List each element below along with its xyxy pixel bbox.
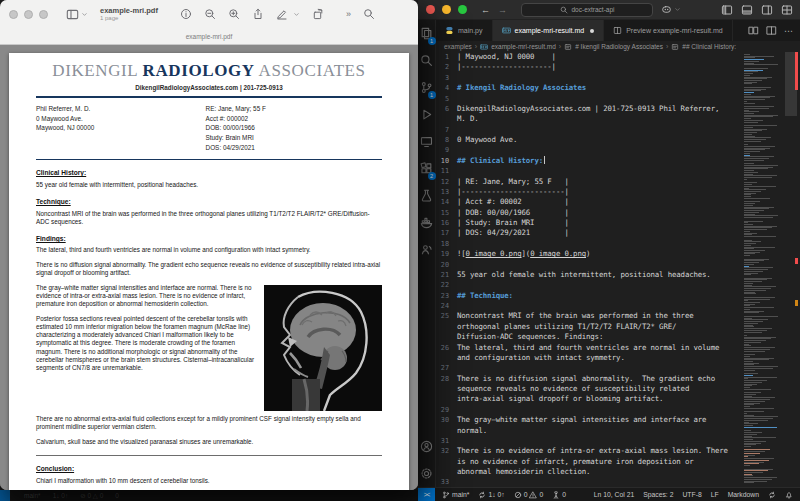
line-text[interactable]: 0 Maywood Ave. <box>457 135 517 145</box>
info-icon[interactable] <box>180 8 192 20</box>
toggle-panel-icon[interactable] <box>741 4 753 16</box>
line-text[interactable]: The lateral, third and fourth ventricles… <box>457 343 719 353</box>
activity-search[interactable] <box>418 47 436 74</box>
diff-icon[interactable] <box>748 25 759 36</box>
tab-example-mri-result-md[interactable]: example-mri-result.md <box>493 20 605 41</box>
encoding[interactable]: UTF-8 <box>682 491 701 498</box>
breadcrumb-item[interactable]: example-mri-result.md <box>491 43 556 50</box>
report-paragraph: Chiari I malformation with 10 mm descent… <box>36 477 382 485</box>
chevron-down-icon[interactable] <box>293 11 300 18</box>
preview-window-title: example-mri.pdf <box>100 7 158 15</box>
activity-settings[interactable] <box>418 460 436 487</box>
sidebar-toggle-button[interactable] <box>66 8 88 21</box>
toggle-secondary-sidebar-icon[interactable] <box>761 4 773 16</box>
zoom-out-icon[interactable] <box>204 8 216 20</box>
indentation[interactable]: Spaces: 2 <box>643 491 673 498</box>
ports-status[interactable]: 0 <box>552 491 566 499</box>
breadcrumb-item[interactable]: ## Clinical History: <box>682 43 736 50</box>
rotate-icon[interactable] <box>312 8 324 20</box>
line-text[interactable]: | Study: Brain MRI | <box>457 218 569 228</box>
document-area[interactable]: DIKENGIL RADIOLOGY ASSOCIATES DikengilRa… <box>0 46 418 490</box>
notifications[interactable] <box>785 491 793 499</box>
line-text[interactable]: abnormal hemosiderin cllection. <box>457 467 590 477</box>
line-text[interactable]: | RE: Jane, Mary; 55 F | <box>457 177 569 187</box>
activity-source-control[interactable]: 1 <box>418 74 436 101</box>
editor-actions: ⋯ <box>741 20 800 41</box>
line-text[interactable]: |---------------------| <box>457 62 556 72</box>
remote-indicator[interactable]: >< <box>418 488 435 501</box>
minimap[interactable] <box>744 52 784 487</box>
breadcrumb-item[interactable]: examples <box>444 43 472 50</box>
line-text[interactable]: DikengilRadiologyAssociates.com | 201-72… <box>457 104 719 114</box>
activity-account[interactable] <box>418 433 436 460</box>
zoom-in-icon[interactable] <box>228 8 240 20</box>
eol[interactable]: LF <box>711 491 719 498</box>
activity-explorer[interactable]: 1 <box>418 20 436 47</box>
line-text[interactable]: ## Technique: <box>457 291 513 301</box>
scrollbar[interactable] <box>784 52 798 487</box>
live-share-icon <box>420 243 433 256</box>
activity-extensions[interactable]: 2 <box>418 155 436 182</box>
toggle-sidebar-icon[interactable] <box>721 4 733 16</box>
minimize-button[interactable] <box>24 10 33 19</box>
markup-icon[interactable] <box>276 8 288 20</box>
maximize-button[interactable] <box>39 10 48 19</box>
line-text[interactable]: | DOB: 00/00/1966 | <box>457 208 569 218</box>
breadcrumb-item[interactable]: # Ikengil Radiology Associates <box>575 43 663 50</box>
customize-layout-icon[interactable] <box>781 4 793 16</box>
patient-line: Acct #: 000002 <box>206 114 266 124</box>
split-editor-icon[interactable] <box>766 25 777 36</box>
minimize-button[interactable] <box>442 5 451 14</box>
activity-docker[interactable] <box>418 209 436 236</box>
line-text[interactable]: M. D. <box>457 114 479 124</box>
line-text[interactable]: normal. <box>457 426 487 436</box>
copilot-button[interactable] <box>661 4 681 15</box>
line-text[interactable]: and configuration with intact symmetry. <box>457 353 625 363</box>
line-text[interactable]: ![0_image_0.png](0_image_0.png) <box>457 249 590 259</box>
image-link[interactable]: 0_image_0.png <box>466 249 522 258</box>
line-text[interactable]: | DOS: 04/29/2021 | <box>457 228 569 238</box>
line-text[interactable]: intra-axial signal dropoff or blooming a… <box>457 394 663 404</box>
line-text[interactable]: | Maywood, NJ 0000 | <box>457 52 556 62</box>
line-text[interactable]: 55 year old female with intermittent, po… <box>457 270 711 280</box>
activity-testing[interactable] <box>418 182 436 209</box>
tab-main-py[interactable]: main.py <box>436 20 493 41</box>
activity-run-debug[interactable] <box>418 101 436 128</box>
cursor-position[interactable]: Ln 10, Col 21 <box>594 491 634 498</box>
line-text[interactable]: orthogonal planes utilizing T1/T2/T2 FLA… <box>457 322 676 332</box>
line-text[interactable]: ## Clinical History: <box>457 156 543 166</box>
feedback[interactable] <box>768 491 776 499</box>
problems-status[interactable]: 00 <box>514 491 544 499</box>
image-link[interactable]: 0_image_0.png <box>530 249 586 258</box>
forward-arrow-icon[interactable]: → <box>498 5 507 15</box>
maximize-button[interactable] <box>458 5 467 14</box>
editor[interactable]: 1| Maywood, NJ 0000 |2|-----------------… <box>436 52 800 487</box>
link-syntax: ![ <box>457 249 466 258</box>
sync-status[interactable]: 1↓ 0↑ <box>478 491 504 499</box>
tab-preview-example-mri-result-md[interactable]: Preview example-mri-result.md <box>604 20 732 41</box>
line-text[interactable]: # Ikengil Radiology Associates <box>457 83 586 93</box>
line-text[interactable]: Noncontrast MRI of the brain was perform… <box>457 311 693 321</box>
language-mode[interactable]: Markdown <box>728 491 759 498</box>
status-bar: ><main*1↓ 0↑000Ln 10, Col 21Spaces: 2UTF… <box>418 487 800 501</box>
back-arrow-icon[interactable]: ← <box>481 5 490 15</box>
share-icon[interactable] <box>252 8 264 20</box>
line-text[interactable]: The gray–white matter signal intensities… <box>457 415 706 425</box>
close-button[interactable] <box>9 10 18 19</box>
breadcrumb[interactable]: examples›example-mri-result.md›# Ikengil… <box>436 41 800 52</box>
line-text[interactable]: Diffusion-ADC sequences. Findings: <box>457 332 603 342</box>
search-icon[interactable] <box>363 8 375 20</box>
line-number: 2 <box>436 62 449 72</box>
close-button[interactable] <box>426 5 435 14</box>
line-text[interactable]: |------------------------| <box>457 187 569 197</box>
command-center-search[interactable]: doc-extract-api <box>521 3 653 17</box>
line-text[interactable]: There is no diffusion signal abnormality… <box>457 374 715 384</box>
line-text[interactable]: sequence reveals no evidence of suscepti… <box>457 384 689 394</box>
line-text[interactable]: is no evidence of infarct, premature iro… <box>457 457 693 467</box>
branch-status[interactable]: main* <box>442 491 469 499</box>
line-text[interactable]: There is no evidence of intra-or extra-a… <box>457 446 728 456</box>
activity-remote-explorer[interactable] <box>418 128 436 155</box>
line-number: 16 <box>436 218 449 228</box>
activity-live-share[interactable] <box>418 236 436 263</box>
line-text[interactable]: | Acct #: 00002 | <box>457 197 569 207</box>
